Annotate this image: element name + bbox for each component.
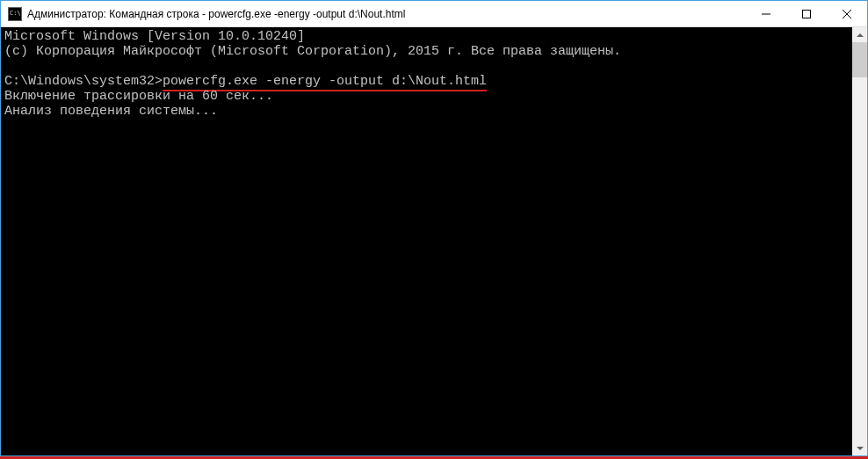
chevron-down-icon bbox=[857, 447, 864, 450]
chevron-up-icon bbox=[857, 33, 864, 37]
close-button[interactable] bbox=[827, 1, 867, 26]
client-area: Microsoft Windows [Version 10.0.10240] (… bbox=[1, 27, 867, 455]
scroll-up-button[interactable] bbox=[852, 27, 867, 42]
terminal-output[interactable]: Microsoft Windows [Version 10.0.10240] (… bbox=[1, 27, 852, 455]
minimize-button[interactable] bbox=[746, 1, 786, 26]
minimize-icon bbox=[762, 10, 770, 18]
close-icon bbox=[843, 10, 851, 18]
vertical-scrollbar[interactable] bbox=[852, 27, 867, 455]
scroll-track[interactable] bbox=[852, 42, 867, 441]
prompt-prefix: C:\Windows\system32> bbox=[4, 74, 163, 89]
window-controls bbox=[746, 1, 867, 26]
titlebar[interactable]: Администратор: Командная строка - powerc… bbox=[1, 1, 867, 27]
window-title: Администратор: Командная строка - powerc… bbox=[27, 8, 405, 20]
output-line: Включение трассировки на 60 сек... bbox=[4, 89, 273, 104]
scroll-thumb[interactable] bbox=[852, 42, 867, 77]
output-line: (c) Корпорация Майкрософт (Microsoft Cor… bbox=[4, 44, 621, 59]
output-line: Анализ поведения системы... bbox=[4, 104, 218, 119]
maximize-button[interactable] bbox=[786, 1, 827, 26]
svg-rect-1 bbox=[803, 10, 811, 18]
maximize-icon bbox=[802, 10, 811, 18]
scroll-down-button[interactable] bbox=[852, 441, 867, 455]
cmd-icon bbox=[8, 7, 22, 21]
command-prompt-window: Администратор: Командная строка - powerc… bbox=[0, 0, 868, 456]
output-line: Microsoft Windows [Version 10.0.10240] bbox=[4, 29, 305, 44]
